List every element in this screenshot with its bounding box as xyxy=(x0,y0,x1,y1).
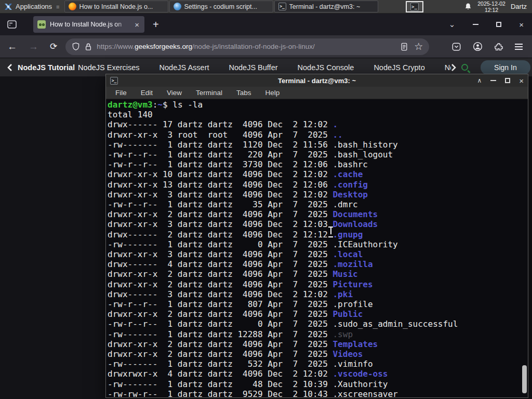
terminal-menu-item[interactable]: View xyxy=(167,89,182,97)
taskbar-window-terminal[interactable]: >_ Terminal - dartz@vm3: ~ xyxy=(274,1,378,12)
workspace-switcher[interactable]: >_ xyxy=(406,1,423,12)
terminal-line: drwxr-xr-x 2 dartz dartz 4096 Apr 7 2025… xyxy=(108,269,528,279)
forward-button[interactable]: → xyxy=(29,41,38,52)
user-menu[interactable]: Dartz xyxy=(506,0,532,13)
terminal-line: -rw-r--r-- 1 dartz dartz 35 Apr 7 2025 .… xyxy=(108,200,528,209)
nav-scroll-right-button[interactable] xyxy=(451,63,456,72)
bookmark-star-icon[interactable]: ☆ xyxy=(414,41,423,52)
window-maximize-button[interactable] xyxy=(496,22,501,27)
tab-title: How to Install Node.js on xyxy=(50,21,129,28)
reader-mode-icon[interactable] xyxy=(401,43,408,51)
terminal-window: >_ Terminal - dartz@vm3: ~ ∧ × FileEditV… xyxy=(105,74,528,398)
text-cursor-icon xyxy=(328,227,333,235)
clock[interactable]: 2025-12-02 12:12 xyxy=(477,0,506,13)
terminal-line: drwxr-xr-x 3 dartz dartz 4096 Apr 7 2025… xyxy=(108,249,528,259)
nav-link[interactable]: NodeJS Console xyxy=(298,63,354,72)
clock-date: 2025-12-02 xyxy=(477,1,506,7)
nav-link[interactable]: NodeJS DNS xyxy=(445,63,451,72)
url-bar[interactable]: https://www.geeksforgeeks.org/node-js/in… xyxy=(65,38,429,55)
terminal-titlebar[interactable]: >_ Terminal - dartz@vm3: ~ ∧ × xyxy=(106,74,528,87)
terminal-close-button[interactable]: × xyxy=(519,76,524,85)
list-all-tabs-button[interactable]: ⌄ xyxy=(449,20,456,29)
terminal-minimize-button[interactable] xyxy=(490,80,496,81)
terminal-scrollbar-thumb[interactable] xyxy=(522,365,527,393)
shield-icon xyxy=(72,42,80,51)
applications-menu-button[interactable]: Applications ≡ xyxy=(0,0,64,13)
applications-label: Applications xyxy=(16,3,52,10)
terminal-maximize-button[interactable] xyxy=(505,78,510,83)
terminal-line: -rw------- 1 dartz dartz 1120 Dec 2 11:5… xyxy=(108,140,528,150)
terminal-line: drwxr-xr-x 2 dartz dartz 4096 Apr 7 2025… xyxy=(108,309,528,319)
nav-link-tutorial[interactable]: NodeJS Tutorial xyxy=(18,63,75,72)
distro-logo-icon xyxy=(4,3,12,11)
terminal-icon: >_ xyxy=(410,3,419,11)
nav-link[interactable]: NodeJS Assert xyxy=(159,63,209,72)
terminal-menu-item[interactable]: File xyxy=(115,89,127,97)
window-minimize-button[interactable] xyxy=(473,24,478,25)
account-icon[interactable] xyxy=(473,42,483,51)
browser-nav-toolbar: ← → ⟳ https://www.geeksforgeeks.org/node… xyxy=(0,35,532,58)
extensions-icon[interactable] xyxy=(494,42,503,51)
terminal-icon: >_ xyxy=(278,3,286,10)
terminal-line: drwxrwxr-x 4 dartz dartz 4096 Dec 2 12:0… xyxy=(108,369,528,379)
terminal-line: drwxr-xr-x 2 dartz dartz 4096 Apr 7 2025… xyxy=(108,339,528,349)
terminal-line: drwxr-xr-x 2 dartz dartz 4096 Apr 7 2025… xyxy=(108,209,528,219)
window-close-button[interactable]: × xyxy=(519,20,524,29)
terminal-menu-item[interactable]: Tabs xyxy=(236,89,251,97)
clock-time: 12:12 xyxy=(485,7,498,13)
url-path: /node-js/installation-of-node-js-on-linu… xyxy=(192,43,315,50)
firefox-view-icon xyxy=(6,19,18,30)
terminal-line: drwxr-xr-x 2 dartz dartz 4096 Apr 7 2025… xyxy=(108,349,528,359)
terminal-line: drwx------ 4 dartz dartz 4096 Apr 7 2025… xyxy=(108,259,528,269)
firefox-view-button[interactable] xyxy=(6,19,18,30)
menu-button[interactable] xyxy=(515,44,523,50)
terminal-menu-item[interactable]: Terminal xyxy=(196,89,222,97)
taskbar-window-codium[interactable]: Settings - codium script... xyxy=(169,1,273,12)
terminal-line: -rw-r--r-- 1 dartz dartz 0 Apr 7 2025 .s… xyxy=(108,319,528,329)
terminal-menu-item[interactable]: Edit xyxy=(141,89,153,97)
nav-links: NodeJS ExercisesNodeJS AssertNodeJS Buff… xyxy=(78,63,451,72)
taskbar-window-firefox[interactable]: How to Install Node.js o... xyxy=(64,1,168,12)
reload-button[interactable]: ⟳ xyxy=(50,41,57,52)
terminal-line: -rw------- 1 dartz dartz 12288 Apr 7 202… xyxy=(108,329,528,339)
geeksforgeeks-favicon-icon xyxy=(37,20,46,29)
terminal-menu-item[interactable]: Help xyxy=(265,89,280,97)
pocket-icon[interactable] xyxy=(451,42,461,51)
terminal-line: -rw-r--r-- 1 dartz dartz 3730 Dec 2 12:0… xyxy=(108,159,528,169)
url-text: https://www.geeksforgeeks.org/node-js/in… xyxy=(97,43,396,50)
bell-icon xyxy=(464,3,472,11)
terminal-line: drwxr-xr-x 13 dartz dartz 4096 Dec 2 12:… xyxy=(108,180,528,190)
browser-tab[interactable]: How to Install Node.js on × xyxy=(33,16,144,33)
terminal-line: drwx------ 17 dartz dartz 4096 Dec 2 12:… xyxy=(108,119,528,129)
search-icon[interactable] xyxy=(461,64,468,71)
terminal-line: drwx------ 3 dartz dartz 4096 Dec 2 12:0… xyxy=(108,289,528,299)
nav-link[interactable]: NodeJS Crypto xyxy=(374,63,424,72)
username-label: Dartz xyxy=(511,3,527,10)
nav-link[interactable]: NodeJS Exercises xyxy=(78,63,139,72)
notifications-button[interactable] xyxy=(459,0,477,13)
nav-link[interactable]: NodeJS Buffer xyxy=(229,63,278,72)
terminal-window-title: Terminal - dartz@vm3: ~ xyxy=(106,77,528,85)
back-button[interactable]: ← xyxy=(7,41,17,52)
terminal-line: drwxr-xr-x 2 dartz dartz 4096 Apr 7 2025… xyxy=(108,280,528,289)
terminal-line: -rw------- 1 dartz dartz 0 Apr 7 2025 .I… xyxy=(108,240,528,249)
terminal-output[interactable]: dartz@vm3:~$ ls -latotal 140drwx------ 1… xyxy=(106,99,528,398)
tab-close-button[interactable]: × xyxy=(134,20,140,29)
nav-scroll-left-button[interactable] xyxy=(7,63,12,72)
sign-in-button[interactable]: Sign In xyxy=(481,60,530,75)
terminal-line: dartz@vm3:~$ ls -la xyxy=(108,100,528,110)
terminal-line: drwxr-xr-x 3 dartz dartz 4096 Dec 2 12:0… xyxy=(108,219,528,229)
terminal-line: -rw-r--r-- 1 dartz dartz 807 Apr 7 2025 … xyxy=(108,299,528,309)
terminal-line: drwxr-xr-x 3 root root 4096 Apr 7 2025 .… xyxy=(108,130,528,140)
menu-grip-icon: ≡ xyxy=(56,4,59,10)
terminal-line: drwx------ 2 dartz dartz 4096 Dec 2 12:1… xyxy=(108,230,528,240)
terminal-line: total 140 xyxy=(108,110,528,119)
terminal-line: -rw------- 1 dartz dartz 532 Apr 7 2025 … xyxy=(108,359,528,369)
firefox-icon xyxy=(69,3,76,10)
terminal-line: -rw-rw-r-- 1 dartz dartz 9529 Dec 2 10:4… xyxy=(108,389,528,398)
terminal-shade-button[interactable]: ∧ xyxy=(477,77,482,84)
new-tab-button[interactable]: + xyxy=(153,19,159,31)
browser-tab-bar: How to Install Node.js on × + ⌄ × xyxy=(0,14,532,35)
terminal-line: drwxr-xr-x 3 dartz dartz 4096 Dec 2 12:0… xyxy=(108,190,528,200)
url-domain: geeksforgeeks.org xyxy=(135,43,192,50)
